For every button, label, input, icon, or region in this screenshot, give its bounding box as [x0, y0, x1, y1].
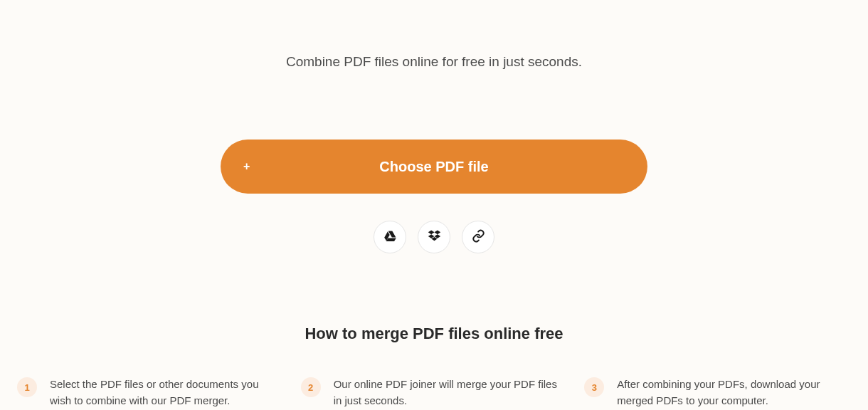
steps-row: 1 Select the PDF files or other document… [0, 376, 868, 409]
plus-icon: + [243, 160, 250, 173]
dropbox-icon [428, 229, 441, 245]
main-container: Combine PDF files online for free in jus… [0, 0, 868, 409]
step-3: 3 After combining your PDFs, download yo… [584, 376, 851, 409]
step-number: 1 [17, 377, 37, 397]
step-text: After combining your PDFs, download your… [617, 376, 851, 409]
upload-source-row [374, 221, 494, 253]
url-link-button[interactable] [462, 221, 494, 253]
google-drive-button[interactable] [374, 221, 406, 253]
step-number: 2 [301, 377, 321, 397]
page-subtitle: Combine PDF files online for free in jus… [286, 54, 582, 70]
choose-pdf-label: Choose PDF file [379, 159, 488, 175]
step-text: Select the PDF files or other documents … [50, 376, 284, 409]
dropbox-button[interactable] [418, 221, 450, 253]
step-1: 1 Select the PDF files or other document… [17, 376, 284, 409]
link-icon [472, 229, 485, 245]
step-text: Our online PDF joiner will merge your PD… [334, 376, 568, 409]
google-drive-icon [383, 229, 397, 245]
choose-pdf-button[interactable]: + Choose PDF file [221, 140, 647, 194]
step-2: 2 Our online PDF joiner will merge your … [301, 376, 568, 409]
step-number: 3 [584, 377, 604, 397]
how-to-title: How to merge PDF files online free [305, 325, 563, 343]
